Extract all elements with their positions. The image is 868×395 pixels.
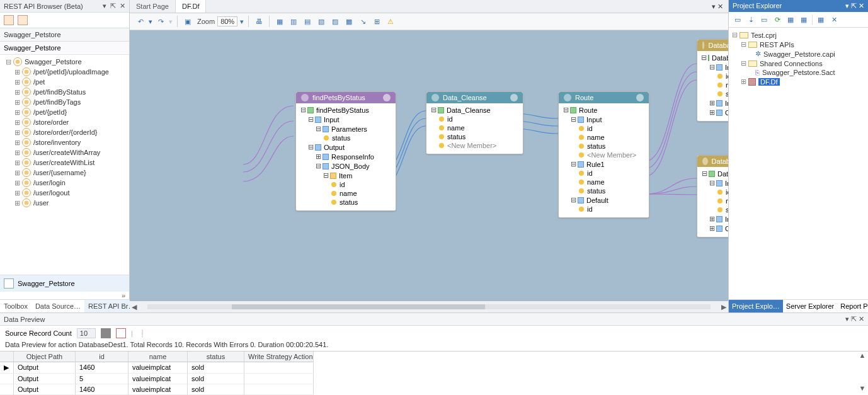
source-record-count-value[interactable]: 10	[77, 328, 96, 338]
node-data-cleanse[interactable]: Data_Cleanse ⊟Data_Cleanse id name statu…	[426, 91, 523, 154]
tab-dropdown-icon[interactable]: ▾	[712, 3, 716, 10]
tree-endpoint[interactable]: ⊞/user/logout	[5, 188, 127, 198]
tree-conn-item[interactable]: ⎘Swagger_Petstore.Sact	[731, 68, 865, 77]
close-icon[interactable]: ✕	[859, 2, 864, 9]
scroll-down-icon[interactable]: ▼	[859, 384, 866, 392]
layout-6-icon[interactable]: ▩	[343, 16, 355, 27]
tree-project-root[interactable]: ⊟Test.cprj	[731, 30, 865, 40]
left-tab[interactable]: Data Source…	[31, 300, 84, 312]
tree-endpoint[interactable]: ⊞/user/login	[5, 178, 127, 188]
node-route[interactable]: Route ⊟Route ⊟Input id name status <New …	[558, 91, 649, 218]
tree-endpoint[interactable]: ⊞/store/order/{orderId}	[5, 127, 127, 137]
selected-api-row[interactable]: Swagger_Petstore	[0, 275, 129, 292]
tool-5-icon[interactable]: ▦	[785, 14, 796, 25]
tree-conn-folder[interactable]: ⊟Shared Connections	[731, 59, 865, 68]
tree-endpoint[interactable]: ⊞/pet/{petId}	[5, 107, 127, 117]
dropdown-icon[interactable]: ▾	[845, 315, 849, 323]
tree-rest-item[interactable]: ✲Swagger_Petstore.capi	[731, 49, 865, 59]
tool-3-icon[interactable]: ▭	[759, 14, 769, 25]
grid-cell	[0, 384, 14, 395]
tree-endpoint[interactable]: ⊞/user/createWithList	[5, 157, 127, 168]
scroll-left-icon[interactable]: ◀	[130, 303, 139, 311]
right-tab[interactable]: Report Prope…	[837, 300, 868, 312]
info-icon[interactable]: ❕	[138, 329, 147, 338]
pin-icon[interactable]: ⇱	[851, 2, 857, 9]
layout-3-icon[interactable]: ▤	[302, 16, 313, 27]
warning-icon[interactable]: ⚠	[385, 16, 396, 27]
tree-endpoint[interactable]: ⊞/pet	[5, 77, 127, 87]
tool-1-icon[interactable]: ▭	[733, 14, 743, 25]
zoom-value[interactable]: 80%	[217, 16, 237, 26]
node-db-available[interactable]: DatabaseDest_Avai… ⊟DatabaseDest_Availab…	[697, 39, 728, 122]
grid-header[interactable]: Object Path	[14, 352, 76, 362]
print-icon[interactable]: 🖶	[253, 16, 265, 27]
grid-header[interactable]: id	[76, 352, 128, 362]
tool-6-icon[interactable]: ▦	[799, 14, 809, 25]
tab-close-icon[interactable]: ✕	[717, 3, 723, 10]
stop-icon[interactable]	[101, 328, 111, 338]
remove-api-icon[interactable]	[18, 15, 28, 25]
tool-8-icon[interactable]: ✕	[829, 14, 839, 25]
tree-endpoint[interactable]: ⊞/pet/findByStatus	[5, 87, 127, 97]
tool-7-icon[interactable]: ▦	[816, 14, 826, 25]
dataflow-canvas[interactable]: findPetsByStatus ⊟findPetsByStatus ⊟Inpu…	[130, 30, 728, 301]
node-findpetsbystatus[interactable]: findPetsByStatus ⊟findPetsByStatus ⊟Inpu…	[295, 91, 396, 211]
grid-cell: valueimplcat	[128, 384, 188, 395]
tree-endpoint[interactable]: ⊞/pet/findByTags	[5, 97, 127, 107]
pin-icon[interactable]: ⇱	[851, 315, 857, 323]
table-row[interactable]: Output1460valueimplcatsold▼	[0, 384, 868, 395]
tree-endpoint[interactable]: ⊞/user/createWithArray	[5, 147, 127, 157]
tool-2-icon[interactable]: ⇣	[746, 14, 756, 25]
grid-cell: valueimplcat	[128, 374, 188, 384]
right-tab[interactable]: Server Explorer	[783, 300, 837, 312]
layout-5-icon[interactable]: ▨	[329, 16, 341, 27]
editor-tab[interactable]: DF.Df	[176, 0, 207, 13]
dropdown-icon[interactable]: ▾	[103, 2, 106, 9]
table-row[interactable]: Output5valueimplcatsold	[0, 374, 868, 384]
refresh-icon[interactable]: ⟳	[772, 14, 782, 25]
tree-endpoint[interactable]: ⊞/pet/{petId}/uploadImage	[5, 67, 127, 77]
editor-tab[interactable]: Start Page	[130, 0, 176, 13]
grid-header[interactable]: Write Strategy Action	[244, 352, 314, 362]
layout-4-icon[interactable]: ▧	[316, 16, 327, 27]
chevron-up-icon[interactable]	[636, 94, 644, 101]
tree-endpoint[interactable]: ⊞/store/order	[5, 117, 127, 127]
scroll-right-icon[interactable]: ▶	[719, 303, 728, 311]
left-tab[interactable]: Toolbox	[0, 300, 31, 312]
close-icon[interactable]: ✕	[859, 315, 864, 323]
tree-df-item[interactable]: ⊞DF.Df	[731, 77, 865, 86]
overflow-icon[interactable]: »	[0, 292, 129, 299]
grid-header[interactable]: name	[128, 352, 188, 362]
tree-root[interactable]: ⊟Swagger_Petstore	[5, 57, 127, 67]
pin-icon[interactable]: ⇱	[110, 2, 116, 9]
canvas-h-scrollbar[interactable]: ◀ ▶	[130, 301, 728, 312]
tree-endpoint[interactable]: ⊞/user	[5, 198, 127, 208]
preview-message: Data Preview for action DatabaseDest1. T…	[0, 341, 868, 351]
tree-endpoint[interactable]: ⊞/store/inventory	[5, 137, 127, 147]
grid-header[interactable]	[0, 352, 14, 362]
export-icon[interactable]	[116, 328, 126, 338]
node-db-sold[interactable]: DatabaseDest_Sold ⊟DatabaseDest_Sold ⊟In…	[697, 155, 728, 238]
grid-header[interactable]: status	[188, 352, 244, 362]
tree-rest-folder[interactable]: ⊟REST APIs	[731, 40, 865, 49]
right-tab[interactable]: Project Explo…	[729, 300, 783, 312]
close-icon[interactable]: ✕	[120, 2, 125, 9]
grid-cell: 1460	[76, 384, 128, 395]
tree-endpoint[interactable]: ⊞/user/{username}	[5, 168, 127, 178]
connector-icon[interactable]: ↘	[357, 16, 368, 27]
fit-icon[interactable]: ▣	[182, 16, 193, 27]
api-root-icon	[13, 57, 22, 66]
redo-icon[interactable]: ↷	[155, 16, 166, 27]
breadcrumb-2[interactable]: Swagger_Petstore	[0, 42, 129, 55]
dropdown-icon[interactable]: ▾	[845, 2, 849, 9]
undo-icon[interactable]: ↶	[135, 16, 146, 27]
grid-icon[interactable]: ⊞	[371, 16, 382, 27]
breadcrumb-1[interactable]: Swagger_Petstore	[0, 28, 129, 42]
chevron-up-icon[interactable]	[383, 94, 391, 101]
table-row[interactable]: ▶Output1460valueimplcatsold	[0, 362, 868, 374]
scroll-up-icon[interactable]: ▲	[859, 352, 866, 359]
chevron-up-icon[interactable]	[510, 94, 518, 101]
add-api-icon[interactable]	[4, 15, 14, 25]
layout-2-icon[interactable]: ▥	[288, 16, 299, 27]
layout-1-icon[interactable]: ▦	[274, 16, 285, 27]
